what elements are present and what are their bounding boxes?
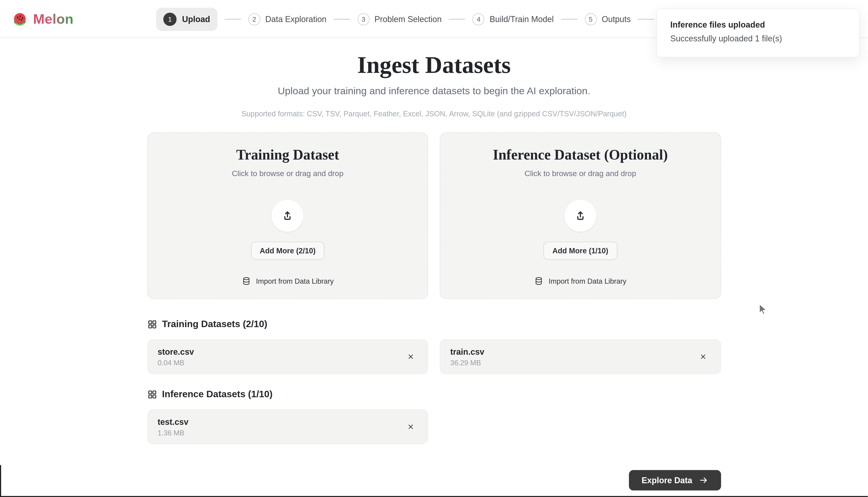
close-icon: [407, 353, 414, 360]
stepper-step-outputs[interactable]: 5 Outputs: [585, 13, 630, 25]
step-label: Build/Train Model: [489, 14, 554, 24]
file-meta: test.csv 1.36 MB: [158, 417, 403, 437]
step-number: 3: [357, 13, 370, 25]
stepper-step-upload[interactable]: 1 Upload: [156, 8, 217, 31]
step-number: 4: [473, 13, 485, 25]
page-subtitle: Upload your training and inference datas…: [147, 86, 721, 97]
database-icon: [242, 276, 251, 286]
inference-datasets-section-header: Inference Datasets (1/10): [147, 389, 721, 400]
stepper-step-build-train-model[interactable]: 4 Build/Train Model: [473, 13, 554, 25]
step-number: 5: [585, 13, 597, 25]
file-card-train-csv: train.csv 36.29 MB: [440, 339, 721, 374]
main-content: Ingest Datasets Upload your training and…: [147, 51, 721, 497]
explore-data-button[interactable]: Explore Data: [629, 470, 721, 491]
training-card-title: Training Dataset: [147, 147, 428, 163]
close-icon: [407, 423, 414, 430]
file-name: train.csv: [450, 347, 696, 356]
inference-files-list: test.csv 1.36 MB: [147, 409, 721, 444]
mouse-cursor: [757, 303, 768, 316]
training-card-hint: Click to browse or drag and drop: [147, 169, 428, 178]
import-from-library-inference-button[interactable]: Import from Data Library: [440, 276, 721, 286]
screen-edge-left: [0, 465, 1, 497]
toast-title: Inference files uploaded: [670, 20, 846, 29]
screen-edge-bottom: [0, 496, 868, 497]
upload-button[interactable]: [272, 200, 304, 232]
brand-name: Melon: [33, 11, 74, 27]
step-connector: [449, 18, 465, 19]
training-upload-dropzone[interactable]: Training Dataset Click to browse or drag…: [147, 132, 428, 299]
upload-cards-row: Training Dataset Click to browse or drag…: [147, 132, 721, 299]
remove-file-button[interactable]: [403, 350, 418, 364]
file-card-test-csv: test.csv 1.36 MB: [147, 409, 428, 444]
close-icon: [700, 353, 707, 360]
training-datasets-section-header: Training Datasets (2/10): [147, 319, 721, 330]
import-label: Import from Data Library: [256, 277, 334, 285]
toast-notification: Inference files uploaded Successfully up…: [656, 8, 859, 57]
add-more-inference-button[interactable]: Add More (1/10): [544, 242, 617, 260]
remove-file-button[interactable]: [696, 350, 710, 364]
step-number: 2: [248, 13, 260, 25]
inference-card-hint: Click to browse or drag and drop: [440, 169, 721, 178]
file-size: 0.04 MB: [158, 358, 403, 367]
add-more-training-button[interactable]: Add More (2/10): [251, 242, 324, 260]
step-connector: [638, 18, 654, 19]
remove-file-button[interactable]: [403, 420, 418, 434]
app-window: Melon 1 Upload 2 Data Exploration 3 Prob…: [0, 0, 868, 497]
supported-formats-note: Supported formats: CSV, TSV, Parquet, Fe…: [147, 110, 721, 118]
progress-stepper: 1 Upload 2 Data Exploration 3 Problem Se…: [156, 0, 674, 38]
footer-actions: Explore Data: [147, 470, 721, 497]
step-connector: [561, 18, 578, 19]
upload-icon: [574, 209, 587, 223]
section-title: Inference Datasets (1/10): [162, 389, 273, 400]
page-title: Ingest Datasets: [147, 51, 721, 79]
inference-upload-dropzone[interactable]: Inference Dataset (Optional) Click to br…: [440, 132, 721, 299]
explore-data-label: Explore Data: [642, 475, 692, 485]
toast-message: Successfully uploaded 1 file(s): [670, 33, 846, 43]
upload-icon: [281, 209, 295, 223]
arrow-right-icon: [699, 475, 708, 485]
import-from-library-training-button[interactable]: Import from Data Library: [147, 276, 428, 286]
upload-button[interactable]: [564, 200, 596, 232]
file-card-store-csv: store.csv 0.04 MB: [147, 339, 428, 374]
section-title: Training Datasets (2/10): [162, 319, 267, 330]
file-name: store.csv: [158, 347, 403, 356]
watermelon-icon: [12, 11, 28, 27]
step-label: Data Exploration: [265, 14, 326, 24]
step-connector: [333, 18, 350, 19]
step-label: Upload: [182, 14, 210, 24]
brand-logo[interactable]: Melon: [12, 0, 74, 38]
step-label: Outputs: [602, 14, 631, 24]
import-label: Import from Data Library: [549, 277, 626, 285]
file-meta: store.csv 0.04 MB: [158, 347, 403, 366]
inference-card-title: Inference Dataset (Optional): [440, 147, 721, 163]
stepper-step-data-exploration[interactable]: 2 Data Exploration: [248, 13, 327, 25]
grid-icon: [147, 320, 157, 329]
stepper-step-problem-selection[interactable]: 3 Problem Selection: [357, 13, 442, 25]
step-connector: [224, 18, 241, 19]
file-name: test.csv: [158, 417, 403, 426]
database-icon: [534, 276, 544, 286]
training-files-list: store.csv 0.04 MB train.csv 36.29 MB: [147, 339, 721, 374]
grid-icon: [147, 389, 157, 399]
file-size: 1.36 MB: [158, 428, 403, 437]
file-meta: train.csv 36.29 MB: [450, 347, 696, 366]
step-label: Problem Selection: [374, 14, 442, 24]
file-size: 36.29 MB: [450, 358, 696, 367]
step-number: 1: [163, 12, 176, 26]
